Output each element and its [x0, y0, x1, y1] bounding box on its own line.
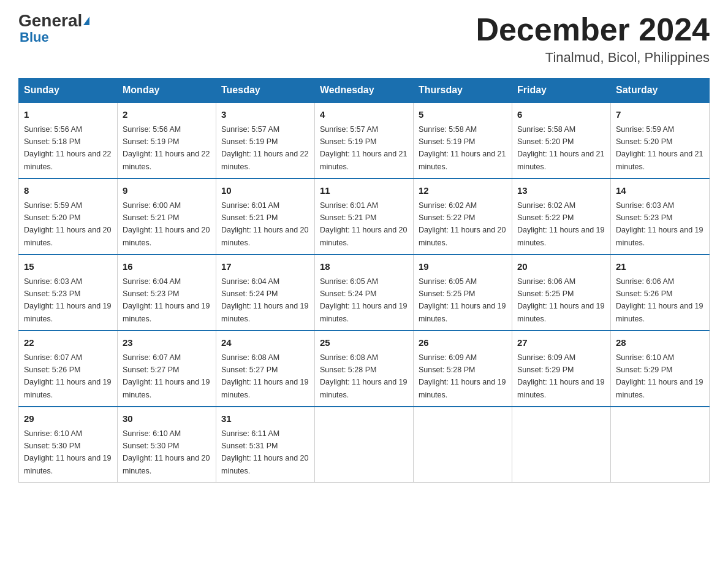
- col-tuesday: Tuesday: [216, 79, 315, 103]
- table-row: 24 Sunrise: 6:08 AMSunset: 5:27 PMDaylig…: [216, 331, 315, 407]
- table-row: [611, 407, 710, 483]
- day-info: Sunrise: 6:02 AMSunset: 5:22 PMDaylight:…: [419, 201, 506, 247]
- col-saturday: Saturday: [611, 79, 710, 103]
- table-row: [512, 407, 611, 483]
- day-number: 23: [123, 336, 211, 350]
- calendar-week-row: 22 Sunrise: 6:07 AMSunset: 5:26 PMDaylig…: [19, 331, 710, 407]
- day-info: Sunrise: 6:08 AMSunset: 5:28 PMDaylight:…: [320, 353, 407, 399]
- table-row: 18 Sunrise: 6:05 AMSunset: 5:24 PMDaylig…: [315, 255, 414, 331]
- table-row: 14 Sunrise: 6:03 AMSunset: 5:23 PMDaylig…: [611, 178, 710, 255]
- day-info: Sunrise: 5:59 AMSunset: 5:20 PMDaylight:…: [616, 125, 703, 171]
- day-info: Sunrise: 5:56 AMSunset: 5:19 PMDaylight:…: [123, 125, 210, 171]
- logo: General Blue: [18, 12, 89, 45]
- day-number: 8: [24, 184, 112, 198]
- day-number: 15: [24, 260, 112, 274]
- col-monday: Monday: [118, 79, 216, 103]
- table-row: 1 Sunrise: 5:56 AMSunset: 5:18 PMDayligh…: [19, 102, 118, 178]
- day-number: 22: [24, 336, 112, 350]
- day-number: 19: [419, 260, 507, 274]
- day-info: Sunrise: 6:05 AMSunset: 5:24 PMDaylight:…: [320, 277, 407, 323]
- day-number: 12: [419, 184, 507, 198]
- table-row: 15 Sunrise: 6:03 AMSunset: 5:23 PMDaylig…: [19, 255, 118, 331]
- day-info: Sunrise: 5:56 AMSunset: 5:18 PMDaylight:…: [24, 125, 111, 171]
- table-row: 4 Sunrise: 5:57 AMSunset: 5:19 PMDayligh…: [315, 102, 414, 178]
- table-row: [315, 407, 414, 483]
- day-info: Sunrise: 5:58 AMSunset: 5:19 PMDaylight:…: [419, 125, 506, 171]
- table-row: 23 Sunrise: 6:07 AMSunset: 5:27 PMDaylig…: [118, 331, 216, 407]
- table-row: 27 Sunrise: 6:09 AMSunset: 5:29 PMDaylig…: [512, 331, 611, 407]
- day-number: 26: [419, 336, 507, 350]
- day-info: Sunrise: 6:06 AMSunset: 5:25 PMDaylight:…: [517, 277, 604, 323]
- calendar-week-row: 29 Sunrise: 6:10 AMSunset: 5:30 PMDaylig…: [19, 407, 710, 483]
- day-info: Sunrise: 6:05 AMSunset: 5:25 PMDaylight:…: [419, 277, 506, 323]
- day-info: Sunrise: 6:03 AMSunset: 5:23 PMDaylight:…: [24, 277, 111, 323]
- title-section: December 2024 Tinalmud, Bicol, Philippin…: [476, 12, 710, 66]
- day-number: 6: [517, 108, 605, 122]
- calendar-header-row: Sunday Monday Tuesday Wednesday Thursday…: [19, 79, 710, 103]
- table-row: 8 Sunrise: 5:59 AMSunset: 5:20 PMDayligh…: [19, 178, 118, 255]
- day-number: 7: [616, 108, 704, 122]
- day-number: 21: [616, 260, 704, 274]
- day-number: 14: [616, 184, 704, 198]
- location-title: Tinalmud, Bicol, Philippines: [476, 50, 710, 66]
- day-number: 5: [419, 108, 507, 122]
- day-info: Sunrise: 6:01 AMSunset: 5:21 PMDaylight:…: [320, 201, 407, 247]
- table-row: 2 Sunrise: 5:56 AMSunset: 5:19 PMDayligh…: [118, 102, 216, 178]
- day-info: Sunrise: 6:00 AMSunset: 5:21 PMDaylight:…: [123, 201, 210, 247]
- day-info: Sunrise: 6:07 AMSunset: 5:27 PMDaylight:…: [123, 353, 210, 399]
- day-info: Sunrise: 6:07 AMSunset: 5:26 PMDaylight:…: [24, 353, 111, 399]
- table-row: 21 Sunrise: 6:06 AMSunset: 5:26 PMDaylig…: [611, 255, 710, 331]
- table-row: 10 Sunrise: 6:01 AMSunset: 5:21 PMDaylig…: [216, 178, 315, 255]
- page-header: General Blue December 2024 Tinalmud, Bic…: [18, 12, 710, 66]
- table-row: 3 Sunrise: 5:57 AMSunset: 5:19 PMDayligh…: [216, 102, 315, 178]
- table-row: 11 Sunrise: 6:01 AMSunset: 5:21 PMDaylig…: [315, 178, 414, 255]
- calendar-week-row: 15 Sunrise: 6:03 AMSunset: 5:23 PMDaylig…: [19, 255, 710, 331]
- day-number: 9: [123, 184, 211, 198]
- day-number: 20: [517, 260, 605, 274]
- day-number: 3: [221, 108, 309, 122]
- day-info: Sunrise: 6:10 AMSunset: 5:30 PMDaylight:…: [123, 429, 210, 475]
- day-info: Sunrise: 6:10 AMSunset: 5:29 PMDaylight:…: [616, 353, 703, 399]
- table-row: 12 Sunrise: 6:02 AMSunset: 5:22 PMDaylig…: [414, 178, 512, 255]
- col-thursday: Thursday: [414, 79, 512, 103]
- day-number: 17: [221, 260, 309, 274]
- day-number: 18: [320, 260, 408, 274]
- table-row: 30 Sunrise: 6:10 AMSunset: 5:30 PMDaylig…: [118, 407, 216, 483]
- table-row: 20 Sunrise: 6:06 AMSunset: 5:25 PMDaylig…: [512, 255, 611, 331]
- col-friday: Friday: [512, 79, 611, 103]
- table-row: 28 Sunrise: 6:10 AMSunset: 5:29 PMDaylig…: [611, 331, 710, 407]
- logo-blue: Blue: [20, 29, 49, 45]
- day-info: Sunrise: 6:04 AMSunset: 5:24 PMDaylight:…: [221, 277, 308, 323]
- table-row: [414, 407, 512, 483]
- day-number: 24: [221, 336, 309, 350]
- col-wednesday: Wednesday: [315, 79, 414, 103]
- day-info: Sunrise: 6:04 AMSunset: 5:23 PMDaylight:…: [123, 277, 210, 323]
- day-info: Sunrise: 6:03 AMSunset: 5:23 PMDaylight:…: [616, 201, 703, 247]
- month-title: December 2024: [476, 12, 710, 47]
- day-number: 13: [517, 184, 605, 198]
- table-row: 13 Sunrise: 6:02 AMSunset: 5:22 PMDaylig…: [512, 178, 611, 255]
- day-number: 10: [221, 184, 309, 198]
- calendar-week-row: 1 Sunrise: 5:56 AMSunset: 5:18 PMDayligh…: [19, 102, 710, 178]
- table-row: 5 Sunrise: 5:58 AMSunset: 5:19 PMDayligh…: [414, 102, 512, 178]
- day-info: Sunrise: 6:09 AMSunset: 5:28 PMDaylight:…: [419, 353, 506, 399]
- table-row: 6 Sunrise: 5:58 AMSunset: 5:20 PMDayligh…: [512, 102, 611, 178]
- day-info: Sunrise: 5:58 AMSunset: 5:20 PMDaylight:…: [517, 125, 604, 171]
- table-row: 25 Sunrise: 6:08 AMSunset: 5:28 PMDaylig…: [315, 331, 414, 407]
- table-row: 7 Sunrise: 5:59 AMSunset: 5:20 PMDayligh…: [611, 102, 710, 178]
- calendar-table: Sunday Monday Tuesday Wednesday Thursday…: [18, 78, 710, 483]
- table-row: 26 Sunrise: 6:09 AMSunset: 5:28 PMDaylig…: [414, 331, 512, 407]
- day-info: Sunrise: 6:01 AMSunset: 5:21 PMDaylight:…: [221, 201, 308, 247]
- day-info: Sunrise: 6:02 AMSunset: 5:22 PMDaylight:…: [517, 201, 604, 247]
- day-info: Sunrise: 6:06 AMSunset: 5:26 PMDaylight:…: [616, 277, 703, 323]
- day-number: 29: [24, 412, 112, 426]
- day-number: 25: [320, 336, 408, 350]
- day-number: 11: [320, 184, 408, 198]
- day-number: 2: [123, 108, 211, 122]
- day-number: 31: [221, 412, 309, 426]
- day-info: Sunrise: 6:11 AMSunset: 5:31 PMDaylight:…: [221, 429, 308, 475]
- calendar-week-row: 8 Sunrise: 5:59 AMSunset: 5:20 PMDayligh…: [19, 178, 710, 255]
- day-number: 28: [616, 336, 704, 350]
- table-row: 17 Sunrise: 6:04 AMSunset: 5:24 PMDaylig…: [216, 255, 315, 331]
- day-info: Sunrise: 6:08 AMSunset: 5:27 PMDaylight:…: [221, 353, 308, 399]
